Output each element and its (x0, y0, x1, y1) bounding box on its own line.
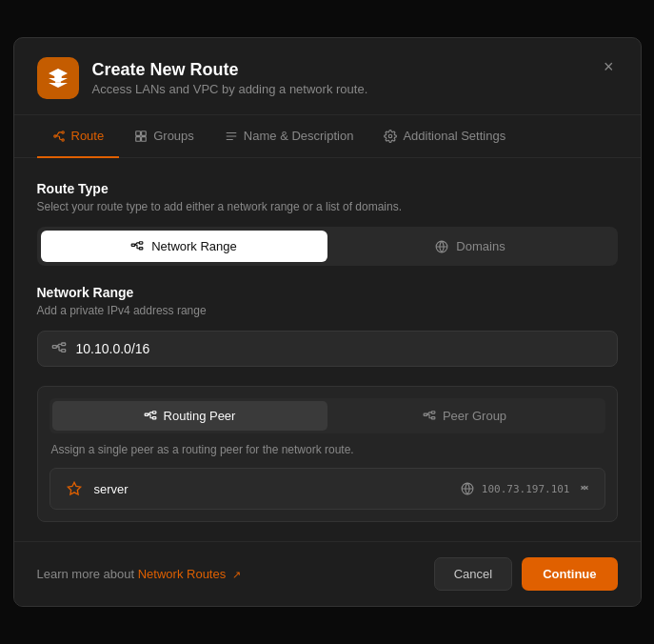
modal-footer: Learn more about Network Routes ↗ Cancel… (14, 541, 641, 606)
routing-peer-btn[interactable]: Routing Peer (52, 401, 327, 431)
peer-selector-left: server (64, 478, 129, 499)
modal-body: Route Type Select your route type to add… (14, 158, 641, 541)
route-icon (52, 130, 66, 143)
app-icon (37, 57, 79, 99)
routing-peer-label: Routing Peer (164, 409, 236, 423)
svg-rect-18 (61, 343, 65, 346)
peer-group-label: Peer Group (443, 409, 506, 423)
svg-point-12 (389, 134, 393, 138)
modal-header: Create New Route Access LANs and VPC by … (14, 38, 641, 115)
app-logo-icon (47, 67, 69, 90)
groups-icon (134, 130, 148, 143)
domains-icon (435, 240, 448, 253)
network-range-btn[interactable]: Network Range (41, 231, 327, 262)
svg-rect-22 (152, 416, 156, 418)
svg-rect-24 (431, 411, 435, 413)
peer-toggle: Routing Peer Peer Group (50, 398, 605, 433)
peer-chevron-icon (578, 481, 591, 496)
svg-rect-15 (140, 247, 144, 249)
route-type-toggle: Network Range Domains (37, 227, 618, 266)
network-input-icon (51, 341, 67, 356)
modal-overlay: Create New Route Access LANs and VPC by … (0, 0, 654, 644)
svg-rect-6 (142, 131, 147, 135)
peer-group-icon (423, 410, 436, 423)
chevron-updown-icon (578, 481, 591, 494)
route-type-title: Route Type (37, 181, 618, 196)
modal-title: Create New Route (92, 60, 368, 80)
ip-icon (461, 482, 474, 495)
tab-route[interactable]: Route (37, 115, 120, 158)
settings-icon (384, 130, 397, 143)
modal: Create New Route Access LANs and VPC by … (13, 37, 642, 607)
domains-label: Domains (456, 239, 505, 253)
svg-rect-19 (61, 350, 65, 352)
network-range-section: Network Range Add a private IPv4 address… (37, 285, 618, 367)
peer-section: Routing Peer Peer Group Assign a single … (37, 386, 618, 522)
tab-name-desc-label: Name & Description (244, 129, 354, 143)
svg-rect-23 (424, 413, 427, 415)
tab-route-label: Route (71, 129, 105, 143)
peer-server-icon (64, 478, 85, 499)
text-icon (225, 130, 238, 143)
peer-selector-right: 100.73.197.101 (461, 481, 591, 496)
network-range-input-row (37, 331, 618, 367)
svg-point-3 (61, 131, 63, 132)
network-range-title: Network Range (37, 285, 618, 300)
header-text: Create New Route Access LANs and VPC by … (92, 60, 368, 96)
svg-rect-21 (152, 411, 156, 413)
peer-description: Assign a single peer as a routing peer f… (38, 433, 617, 464)
svg-rect-7 (136, 136, 141, 141)
domains-btn[interactable]: Domains (327, 231, 614, 262)
tab-bar: Route Groups Name & Description (14, 115, 641, 158)
svg-rect-14 (140, 241, 144, 243)
svg-rect-17 (52, 346, 56, 349)
continue-button[interactable]: Continue (522, 557, 617, 591)
tab-groups-label: Groups (153, 129, 194, 143)
network-range-label: Network Range (151, 239, 237, 253)
network-range-icon (130, 240, 144, 253)
svg-point-2 (53, 134, 55, 136)
peer-group-btn[interactable]: Peer Group (327, 401, 603, 431)
peer-name: server (94, 482, 129, 496)
svg-point-4 (61, 138, 63, 140)
learn-link[interactable]: Network Routes ↗ (138, 567, 241, 581)
server-icon (67, 481, 82, 496)
svg-marker-26 (68, 482, 80, 494)
footer-actions: Cancel Continue (434, 557, 618, 591)
external-link-icon: ↗ (232, 569, 241, 581)
close-button[interactable]: × (596, 53, 622, 81)
cancel-button[interactable]: Cancel (434, 557, 512, 591)
svg-rect-25 (431, 416, 435, 418)
tab-additional-label: Additional Settings (403, 129, 505, 143)
modal-subtitle: Access LANs and VPC by adding a network … (92, 82, 368, 96)
route-type-desc: Select your route type to add either a n… (37, 200, 618, 213)
svg-rect-13 (131, 244, 135, 246)
network-range-input[interactable] (76, 341, 604, 356)
svg-rect-0 (54, 76, 62, 78)
peer-selector[interactable]: server 100.73.197.101 (50, 468, 605, 510)
network-range-desc: Add a private IPv4 address range (37, 304, 618, 317)
learn-text: Learn more about (37, 567, 138, 581)
svg-rect-8 (142, 136, 147, 141)
svg-rect-20 (145, 413, 149, 415)
svg-rect-5 (136, 131, 141, 135)
tab-groups[interactable]: Groups (119, 115, 209, 158)
tab-name-desc[interactable]: Name & Description (209, 115, 369, 158)
routing-peer-icon (144, 410, 157, 423)
tab-additional[interactable]: Additional Settings (368, 115, 521, 158)
footer-learn: Learn more about Network Routes ↗ (37, 567, 241, 581)
peer-ip: 100.73.197.101 (482, 483, 570, 495)
